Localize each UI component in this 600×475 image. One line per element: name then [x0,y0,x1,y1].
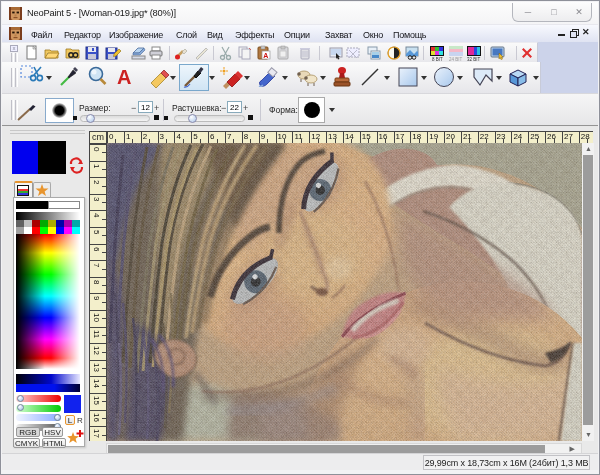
svg-text:8 BIT: 8 BIT [432,57,443,62]
svg-text:A: A [117,66,131,88]
svg-text:A: A [263,52,268,59]
svg-text:32 BIT: 32 BIT [467,57,481,62]
svg-text:24 BIT: 24 BIT [449,57,463,62]
